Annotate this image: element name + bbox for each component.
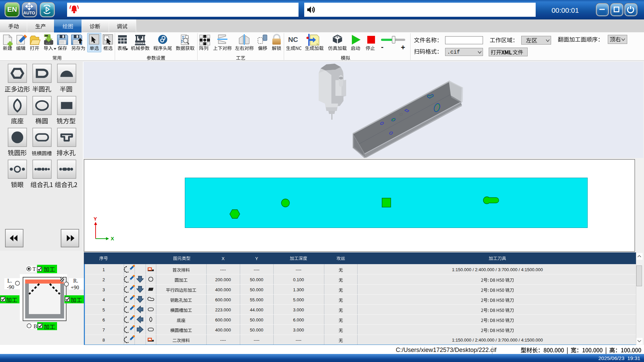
- svg-text:+: +: [401, 43, 405, 52]
- svg-text:NC: NC: [288, 36, 298, 43]
- svg-text:Y: Y: [94, 216, 97, 222]
- svg-text:X: X: [111, 236, 114, 241]
- svg-text:-: -: [381, 43, 383, 51]
